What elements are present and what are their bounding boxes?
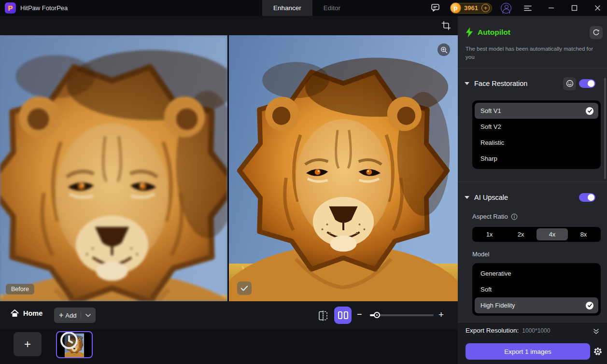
- app-title: HitPaw FotorPea: [20, 4, 68, 12]
- ai-upscale-title: AI Upscale: [474, 194, 508, 201]
- home-label: Home: [23, 309, 42, 317]
- close-icon[interactable]: [593, 4, 601, 12]
- option-label: High Fidelity: [480, 302, 515, 309]
- compare-canvas: Before: [0, 35, 458, 301]
- credits-count: 3961: [464, 4, 478, 12]
- title-bar: P HitPaw FotorPea Enhancer Editor p 3961…: [0, 0, 607, 16]
- maximize-icon[interactable]: [570, 4, 578, 12]
- menu-icon[interactable]: [524, 4, 532, 12]
- side-by-side-view-button[interactable]: [334, 307, 352, 324]
- canvas-toolbar: [0, 16, 458, 35]
- refresh-button[interactable]: [590, 26, 603, 39]
- after-image[interactable]: [229, 35, 458, 301]
- plus-icon: +: [59, 311, 63, 319]
- export-button[interactable]: Export 1 images: [466, 343, 590, 360]
- tab-enhancer[interactable]: Enhancer: [262, 0, 312, 16]
- aspect-ratio-label: Aspect Ratio: [472, 213, 508, 220]
- enhanced-check-icon[interactable]: [237, 281, 252, 295]
- chevron-down-icon[interactable]: [85, 314, 91, 317]
- option-sharp[interactable]: Sharp: [475, 151, 598, 167]
- export-resolution-label: Export Resolution:: [466, 327, 519, 334]
- before-lion-image: [0, 35, 227, 301]
- ai-upscale-toggle[interactable]: [579, 193, 595, 202]
- face-restoration-options: Soft V1 Soft V2 Realistic Sharp: [472, 100, 601, 169]
- model-soft[interactable]: Soft: [475, 281, 598, 297]
- autopilot-description: The best model has been automatically ma…: [466, 45, 599, 61]
- add-label: Add: [65, 312, 76, 319]
- ai-upscale-header: AI Upscale: [465, 191, 601, 204]
- option-label: Soft V2: [480, 123, 501, 130]
- zoom-slider[interactable]: [370, 314, 434, 316]
- split-view-icon[interactable]: [318, 310, 328, 321]
- export-settings-gear-icon[interactable]: [593, 347, 603, 356]
- bottom-toolbar: Home + Add − +: [0, 301, 458, 329]
- lightning-icon: [466, 28, 473, 37]
- home-button[interactable]: Home: [11, 309, 42, 317]
- home-icon: [11, 309, 19, 317]
- option-label: Sharp: [480, 155, 497, 162]
- face-restoration-title: Face Restoration: [474, 80, 527, 87]
- aspect-ratio-segmented: 1x 2x 4x 8x: [472, 227, 601, 242]
- model-options: Generative Soft High Fidelity: [472, 263, 601, 316]
- aspect-ratio-label-row: Aspect Ratio: [472, 213, 518, 220]
- caret-down-icon[interactable]: [465, 82, 469, 85]
- option-soft-v2[interactable]: Soft V2: [475, 119, 598, 135]
- model-label: Model: [472, 251, 489, 258]
- credits-badge[interactable]: p 3961 +: [451, 3, 492, 14]
- export-resolution-value: 1000*1000: [522, 327, 550, 334]
- ratio-4x[interactable]: 4x: [536, 228, 568, 240]
- ratio-1x[interactable]: 1x: [474, 228, 505, 240]
- zoom-out-button[interactable]: −: [357, 309, 362, 320]
- crop-icon[interactable]: [441, 21, 451, 30]
- option-soft-v1[interactable]: Soft V1: [475, 103, 598, 119]
- after-lion-image: [229, 35, 458, 301]
- app-logo-icon: P: [5, 2, 16, 14]
- export-panel: Export Resolution: 1000*1000 Export 1 im…: [458, 322, 607, 364]
- face-select-smiley-icon[interactable]: [563, 77, 576, 90]
- add-image-button[interactable]: + Add: [54, 308, 96, 323]
- tab-editor[interactable]: Editor: [312, 0, 352, 16]
- before-label: Before: [6, 284, 34, 294]
- divider: [458, 68, 607, 69]
- filmstrip: +: [0, 329, 458, 364]
- autopilot-title: Autopilot: [478, 28, 510, 37]
- model-label-row: Model: [472, 251, 489, 258]
- selected-check-icon: [586, 107, 593, 115]
- selected-check-icon: [586, 302, 593, 309]
- autopilot-header: Autopilot: [466, 26, 602, 39]
- titlebar-actions: p 3961 +: [430, 0, 601, 16]
- magnifier-plus-icon[interactable]: [438, 43, 450, 56]
- before-image[interactable]: Before: [0, 35, 227, 301]
- ratio-2x[interactable]: 2x: [505, 228, 536, 240]
- export-resolution-row: Export Resolution: 1000*1000: [466, 327, 600, 334]
- add-image-tile[interactable]: +: [14, 332, 42, 356]
- option-label: Soft: [480, 286, 492, 293]
- model-high-fidelity[interactable]: High Fidelity: [475, 297, 598, 313]
- info-icon[interactable]: [511, 213, 518, 220]
- face-restoration-toggle[interactable]: [579, 79, 595, 88]
- coin-logo-icon: p: [450, 2, 461, 14]
- processing-clock-icon: [59, 331, 79, 355]
- divider: [81, 311, 81, 319]
- mode-tabs: Enhancer Editor: [262, 0, 352, 16]
- avatar-icon[interactable]: [501, 3, 511, 14]
- option-realistic[interactable]: Realistic: [475, 135, 598, 151]
- sidebar-scrollbar[interactable]: [604, 78, 606, 179]
- zoom-slider-knob[interactable]: [374, 312, 380, 318]
- option-label: Realistic: [480, 139, 504, 146]
- zoom-in-button[interactable]: +: [438, 309, 444, 320]
- ratio-8x[interactable]: 8x: [568, 228, 599, 240]
- image-thumbnail-selected[interactable]: [56, 331, 93, 358]
- collapse-double-chevron-icon[interactable]: [593, 328, 599, 336]
- model-generative[interactable]: Generative: [475, 266, 598, 281]
- add-credits-icon[interactable]: +: [481, 4, 490, 12]
- option-label: Generative: [480, 270, 511, 277]
- face-restoration-header: Face Restoration: [465, 77, 601, 90]
- minimize-icon[interactable]: [547, 4, 555, 12]
- enhance-sidebar: Autopilot The best model has been automa…: [458, 16, 607, 322]
- feedback-chat-icon[interactable]: [430, 3, 441, 13]
- option-label: Soft V1: [480, 107, 501, 114]
- caret-down-icon[interactable]: [465, 196, 469, 199]
- divider: [458, 182, 607, 182]
